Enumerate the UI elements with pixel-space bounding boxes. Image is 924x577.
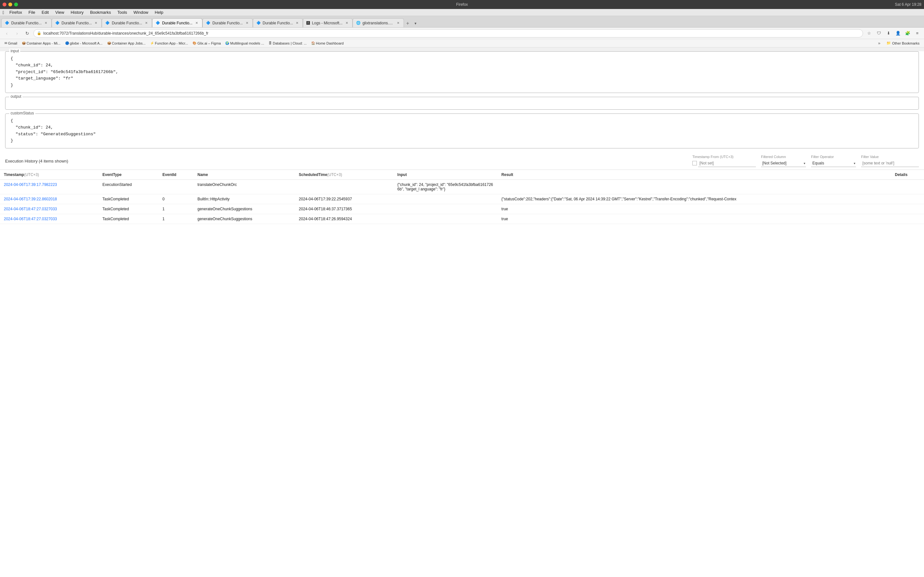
cell-name-2: generateOneChunkSuggestions [194,204,295,214]
col-result: Result [498,170,891,180]
bookmark-function-app[interactable]: ⚡ Function App - Micr... [148,41,190,46]
tab-6-label: Durable Functio... [263,21,293,25]
execution-section: Execution History (4 items shown) Timest… [0,152,924,224]
tab-list-chevron[interactable]: ▾ [412,19,419,27]
cell-name-3: generateOneChunkSuggestions [194,214,295,224]
bookmark-container-jobs[interactable]: 📦 Container App Jobs... [105,41,148,46]
menu-tools[interactable]: Tools [115,9,129,15]
tab-1-close[interactable]: ✕ [44,21,48,25]
bookmark-figma[interactable]: 🎨 Glix.ai – Figma [191,41,223,46]
maximize-button[interactable] [14,3,18,6]
menu-file[interactable]: File [26,9,38,15]
filter-operator-label: Filter Operator [811,155,856,159]
reload-button[interactable]: ↻ [23,29,31,37]
cell-details-3 [891,214,924,224]
col-timestamp: Timestamp(UTC+3) [0,170,99,180]
menu-firefox[interactable]: Firefox [7,9,25,15]
tab-6-close[interactable]: ✕ [295,21,299,25]
account-button[interactable]: 👤 [894,29,902,37]
output-section: output [5,97,919,110]
cell-timestamp-0[interactable]: 2024-04-06T17:39:17.7982223 [0,180,99,194]
bookmark-databases[interactable]: 🗄 Databases | Cloud: ... [267,41,309,46]
menu-view[interactable]: View [53,9,67,15]
url-bar[interactable]: 🔒 localhost:7072/TranslationsHub/durable… [33,29,863,37]
cell-details-1 [891,194,924,204]
tab-6[interactable]: 🔷 Durable Functio... ✕ [253,18,303,27]
tab-2-close[interactable]: ✕ [94,21,98,25]
extensions-button[interactable]: 🧩 [903,29,912,37]
tab-5-close[interactable]: ✕ [245,21,249,25]
menu-button[interactable]: ≡ [913,29,921,37]
tab-1[interactable]: 🔷 Durable Functio... ✕ [1,18,52,27]
minimize-button[interactable] [8,3,12,6]
nav-right-icons: ☆ 🛡 ⬇ 👤 🧩 ≡ [865,29,921,37]
col-name: Name [194,170,295,180]
tab-4-label: Durable Functio... [162,21,192,25]
tab-4[interactable]: 🔷 Durable Functio... ✕ [152,18,202,27]
download-button[interactable]: ⬇ [884,29,893,37]
filter-operator-select[interactable]: Equals [811,159,856,167]
bookmark-star-button[interactable]: ☆ [865,29,873,37]
menu-edit[interactable]: Edit [39,9,51,15]
folder-icon: 📁 [887,41,891,45]
timestamp-checkbox[interactable] [692,161,697,165]
bookmark-gmail-label: Gmail [8,41,17,45]
home-icon: 🏠 [311,41,315,45]
cell-scheduledtime-3: 2024-04-06T18:47:26.9594324 [295,214,393,224]
shield-button[interactable]: 🛡 [875,29,883,37]
cell-timestamp-2[interactable]: 2024-04-06T18:47:27.0327033 [0,204,99,214]
tab-5[interactable]: 🔷 Durable Functio... ✕ [202,18,253,27]
tab-4-close[interactable]: ✕ [194,21,199,25]
custom-status-label: customStatus [9,111,35,115]
traffic-lights [3,3,18,6]
cell-eventtype-0: ExecutionStarted [99,180,158,194]
apple-logo-icon[interactable]:  [3,10,4,15]
menu-help[interactable]: Help [152,9,166,15]
filter-value-input[interactable] [861,159,919,167]
cell-timestamp-1[interactable]: 2024-04-06T17:39:22.8602018 [0,194,99,204]
other-bookmarks-label: Other Bookmarks [892,41,919,45]
timestamp-input[interactable] [698,159,756,167]
titlebar-title: Firefox [456,2,468,7]
bookmarks-bar: ✉ Gmail 📦 Container Apps - Mi... 🔵 glixb… [0,39,924,47]
col-eventid: EventId [158,170,194,180]
bookmark-container-jobs-label: Container App Jobs... [112,41,145,45]
cell-name-0: translateOneChunkOrc [194,180,295,194]
cell-result-2: true [498,204,891,214]
other-bookmarks[interactable]: 📁 Other Bookmarks [885,40,921,46]
bookmark-gmail[interactable]: ✉ Gmail [3,41,19,46]
tab-8-close[interactable]: ✕ [396,21,401,25]
tab-5-label: Durable Functio... [212,21,243,25]
tab-2[interactable]: 🔷 Durable Functio... ✕ [52,18,102,27]
bookmark-home-dashboard[interactable]: 🏠 Home Dashboard [309,41,346,46]
back-button[interactable]: ‹ [3,29,11,37]
cell-input-1 [394,194,498,204]
cell-input-3 [394,214,498,224]
bookmark-glixbe[interactable]: 🔵 glixbe - Microsoft A... [63,41,105,46]
col-input: Input [394,170,498,180]
bookmark-multilingual-label: Multilingual models ... [230,41,264,45]
tab-8[interactable]: 🌐 glixtranslations.azur... ✕ [352,18,404,27]
bookmark-container-apps[interactable]: 📦 Container Apps - Mi... [20,41,63,46]
menu-window[interactable]: Window [131,9,151,15]
tab-7[interactable]: 🅰 Logs - Microsoft... ✕ [303,18,352,27]
cell-scheduledtime-1: 2024-04-06T17:39:22.2545937 [295,194,393,204]
bookmarks-chevron[interactable]: » [875,39,883,47]
tab-3[interactable]: 🔷 Durable Functio... ✕ [102,18,152,27]
col-eventtype: EventType [99,170,158,180]
menu-history[interactable]: History [68,9,86,15]
tab-3-icon: 🔷 [105,21,110,25]
filtered-column-group: Filtered Column [Not Selected] ▾ [761,155,806,167]
menu-bookmarks[interactable]: Bookmarks [87,9,113,15]
tab-7-close[interactable]: ✕ [344,21,349,25]
tab-6-icon: 🔷 [256,21,261,25]
cell-eventtype-3: TaskCompleted [99,214,158,224]
cell-timestamp-3[interactable]: 2024-04-06T18:47:27.0327033 [0,214,99,224]
cell-details-0 [891,180,924,194]
tab-3-close[interactable]: ✕ [144,21,149,25]
new-tab-button[interactable]: + [404,19,412,27]
bookmark-multilingual[interactable]: 🌍 Multilingual models ... [223,41,266,46]
filtered-column-select[interactable]: [Not Selected] [761,159,806,167]
forward-button[interactable]: › [13,29,21,37]
close-button[interactable] [3,3,6,6]
